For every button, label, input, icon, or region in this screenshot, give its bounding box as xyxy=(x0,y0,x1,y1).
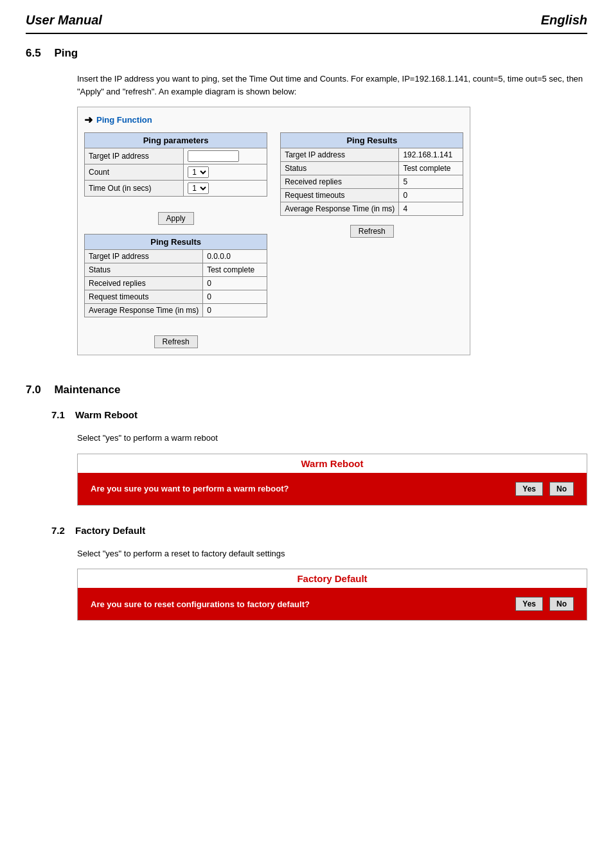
refresh-row-left: Refresh xyxy=(84,332,267,348)
section-70-heading: 7.0 Maintenance xyxy=(26,384,587,403)
refresh-button-right[interactable]: Refresh xyxy=(350,225,394,238)
section-65-heading: 6.5 Ping xyxy=(26,47,587,66)
section-71-content: Select "yes" to perform a warm reboot Wa… xyxy=(77,432,587,506)
result-right-label-received: Received replies xyxy=(281,175,399,189)
table-row: Status Test complete xyxy=(281,162,463,175)
result-right-label-status: Status xyxy=(281,162,399,175)
ping-results-left-heading: Ping Results xyxy=(85,235,267,250)
result-right-val-received: 5 xyxy=(399,175,463,189)
section-70-number: 7.0 xyxy=(26,384,41,396)
factory-default-box: Factory Default Are you sure to reset co… xyxy=(77,569,587,621)
section-72-title: Factory Default xyxy=(75,525,145,536)
warm-reboot-body: Are you sure you want to perform a warm … xyxy=(78,473,587,505)
section-72-number: 7.2 xyxy=(51,525,65,536)
result-right-label-timeouts: Request timeouts xyxy=(281,189,399,202)
section-71-heading: 7.1 Warm Reboot xyxy=(51,409,587,425)
section-72-content: Select "yes" to perform a reset to facto… xyxy=(77,547,587,621)
section-65-number: 6.5 xyxy=(26,47,41,59)
factory-default-question: Are you sure to reset configurations to … xyxy=(91,599,509,609)
result-val-avgtime: 0 xyxy=(203,304,267,317)
result-right-label-avgtime: Average Response Time (in ms) xyxy=(281,202,399,216)
table-row: Target IP address xyxy=(85,148,267,164)
apply-row: Apply xyxy=(84,208,267,225)
result-val-timeouts: 0 xyxy=(203,290,267,304)
section-65-title: Ping xyxy=(54,47,78,59)
result-val-ip: 0.0.0.0 xyxy=(203,250,267,263)
page-language: English xyxy=(541,13,587,28)
page-header: User Manual English xyxy=(26,13,587,34)
table-row: Status Test complete xyxy=(85,263,267,277)
ping-columns: Ping parameters Target IP address Count xyxy=(84,132,463,348)
ping-results-left-table: Ping Results Target IP address 0.0.0.0 S… xyxy=(84,234,267,317)
result-right-val-timeouts: 0 xyxy=(399,189,463,202)
arrow-icon: ➜ xyxy=(84,114,93,126)
ping-params-heading: Ping parameters xyxy=(85,133,267,148)
factory-default-title: Factory Default xyxy=(78,569,587,588)
warm-reboot-title: Warm Reboot xyxy=(78,454,587,473)
param-label-timeout: Time Out (in secs) xyxy=(85,181,184,197)
result-label-timeouts: Request timeouts xyxy=(85,290,203,304)
param-label-ip: Target IP address xyxy=(85,148,184,164)
result-right-val-ip: 192.168.1.141 xyxy=(399,148,463,162)
section-72: 7.2 Factory Default Select "yes" to perf… xyxy=(26,525,587,621)
table-row: Received replies 5 xyxy=(281,175,463,189)
section-71-number: 7.1 xyxy=(51,409,65,420)
table-row: Target IP address 192.168.1.141 xyxy=(281,148,463,162)
table-row: Count 12345 xyxy=(85,164,267,181)
ping-right-col: Ping Results Target IP address 192.168.1… xyxy=(280,132,463,238)
ping-diagram: ➜ Ping Function Ping parameters Target I… xyxy=(77,107,470,355)
page-title: User Manual xyxy=(26,13,102,28)
result-right-val-status: Test complete xyxy=(399,162,463,175)
warm-reboot-no-button[interactable]: No xyxy=(549,482,574,496)
result-label-status: Status xyxy=(85,263,203,277)
apply-button[interactable]: Apply xyxy=(158,212,194,225)
factory-default-no-button[interactable]: No xyxy=(549,597,574,611)
ping-params-table: Ping parameters Target IP address Count xyxy=(84,132,267,197)
table-row: Average Response Time (in ms) 4 xyxy=(281,202,463,216)
ping-results-right-heading: Ping Results xyxy=(281,133,463,148)
result-label-avgtime: Average Response Time (in ms) xyxy=(85,304,203,317)
table-row: Target IP address 0.0.0.0 xyxy=(85,250,267,263)
factory-default-body: Are you sure to reset configurations to … xyxy=(78,588,587,620)
target-ip-input[interactable] xyxy=(188,150,239,162)
result-label-ip: Target IP address xyxy=(85,250,203,263)
ping-left-col: Ping parameters Target IP address Count xyxy=(84,132,267,348)
timeout-select[interactable]: 1235 xyxy=(188,182,209,194)
section-72-heading: 7.2 Factory Default xyxy=(51,525,587,541)
factory-default-yes-button[interactable]: Yes xyxy=(515,597,543,611)
ping-results-right-table: Ping Results Target IP address 192.168.1… xyxy=(280,132,463,216)
count-select[interactable]: 12345 xyxy=(188,166,209,178)
refresh-row-right: Refresh xyxy=(280,221,463,238)
ping-function-title: ➜ Ping Function xyxy=(84,114,463,126)
table-row: Received replies 0 xyxy=(85,277,267,290)
section-72-intro: Select "yes" to perform a reset to facto… xyxy=(77,547,587,560)
table-row: Average Response Time (in ms) 0 xyxy=(85,304,267,317)
result-val-status: Test complete xyxy=(203,263,267,277)
table-row: Request timeouts 0 xyxy=(85,290,267,304)
table-row: Request timeouts 0 xyxy=(281,189,463,202)
param-label-count: Count xyxy=(85,164,184,181)
section-71: 7.1 Warm Reboot Select "yes" to perform … xyxy=(26,409,587,506)
table-row: Time Out (in secs) 1235 xyxy=(85,181,267,197)
result-right-label-ip: Target IP address xyxy=(281,148,399,162)
warm-reboot-box: Warm Reboot Are you sure you want to per… xyxy=(77,454,587,506)
result-right-val-avgtime: 4 xyxy=(399,202,463,216)
warm-reboot-yes-button[interactable]: Yes xyxy=(515,482,543,496)
result-label-received: Received replies xyxy=(85,277,203,290)
result-val-received: 0 xyxy=(203,277,267,290)
section-65-content: Insert the IP address you want to ping, … xyxy=(77,73,587,368)
warm-reboot-question: Are you sure you want to perform a warm … xyxy=(91,484,509,493)
refresh-button-left[interactable]: Refresh xyxy=(154,335,198,348)
section-71-title: Warm Reboot xyxy=(75,409,138,420)
section-70-title: Maintenance xyxy=(54,384,120,396)
section-71-intro: Select "yes" to perform a warm reboot xyxy=(77,432,587,445)
section-65-intro: Insert the IP address you want to ping, … xyxy=(77,73,587,98)
